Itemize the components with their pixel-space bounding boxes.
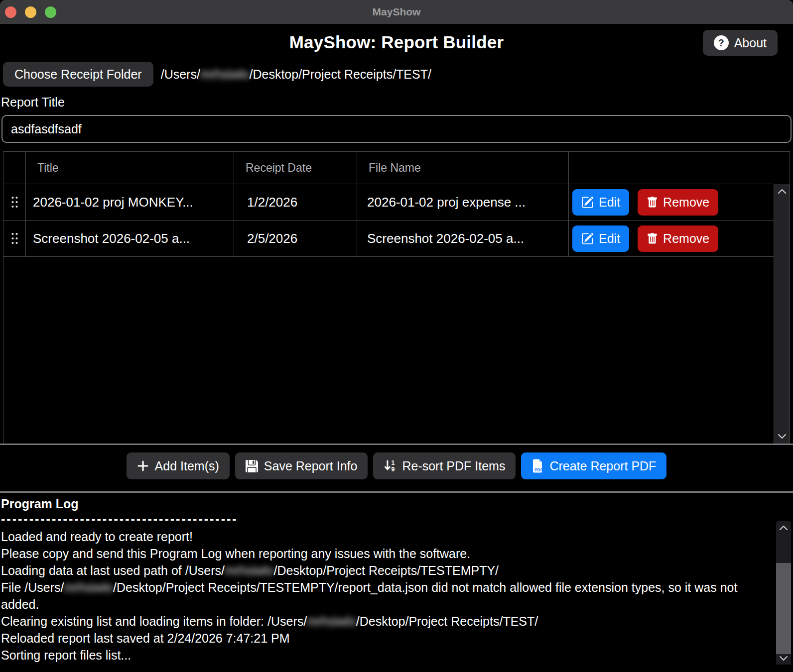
row-date-cell: 2/5/2026 bbox=[234, 221, 357, 256]
program-log-heading: Program Log bbox=[1, 497, 793, 511]
row-file-cell: Screenshot 2026-02-05 a... bbox=[357, 221, 568, 256]
text-segment: /Desktop/Project Receipts/TESTEMPTY/ bbox=[274, 563, 499, 577]
question-circle-icon: ? bbox=[714, 35, 729, 50]
choose-receipt-folder-button[interactable]: Choose Receipt Folder bbox=[3, 62, 153, 87]
row-title-cell: 2026-01-02 proj MONKEY... bbox=[25, 184, 234, 220]
pencil-square-icon bbox=[581, 196, 594, 209]
remove-button-label: Remove bbox=[663, 195, 709, 210]
trash-icon bbox=[647, 232, 658, 245]
svg-text:PDF: PDF bbox=[534, 467, 543, 472]
edit-button[interactable]: Edit bbox=[572, 225, 629, 252]
row-actions-cell: Edit Remove bbox=[568, 221, 774, 256]
scroll-up-icon[interactable] bbox=[778, 189, 787, 194]
table-rows: 2026-01-02 proj MONKEY... 1/2/2026 2026-… bbox=[3, 184, 774, 257]
log-entries: Loaded and ready to create report!Please… bbox=[1, 528, 751, 664]
remove-button-label: Remove bbox=[663, 231, 709, 246]
table-header-handle bbox=[3, 152, 25, 184]
log-line: Loaded and ready to create report! bbox=[1, 528, 751, 545]
about-button[interactable]: ? About bbox=[703, 30, 778, 56]
window-title: MayShow bbox=[373, 6, 421, 18]
create-report-pdf-label: Create Report PDF bbox=[549, 459, 656, 473]
about-button-label: About bbox=[734, 36, 767, 50]
log-line: Reloaded report last saved at 2/24/2026 … bbox=[1, 630, 751, 647]
scrollbar-thumb[interactable] bbox=[776, 563, 791, 654]
floppy-save-icon bbox=[246, 460, 258, 472]
scroll-down-icon[interactable] bbox=[779, 656, 788, 661]
log-line: File /Users/mrhsiwlo/Desktop/Project Rec… bbox=[1, 579, 751, 613]
minimize-window-icon[interactable] bbox=[25, 6, 36, 18]
close-window-icon[interactable] bbox=[5, 6, 16, 18]
remove-button[interactable]: Remove bbox=[638, 189, 718, 216]
receipt-items-table: Title Receipt Date File Name 2026-01-02 … bbox=[3, 151, 790, 444]
save-report-info-label: Save Report Info bbox=[264, 459, 358, 473]
save-report-info-button[interactable]: Save Report Info bbox=[235, 452, 368, 479]
resort-pdf-items-button[interactable]: 19 Re-sort PDF Items bbox=[373, 452, 516, 479]
remove-button[interactable]: Remove bbox=[638, 225, 718, 252]
text-segment: Reloaded report last saved at 2/24/2026 … bbox=[1, 631, 290, 645]
log-divider-line: ----------------------------------------… bbox=[1, 511, 793, 526]
row-title-cell: Screenshot 2026-02-05 a... bbox=[25, 221, 234, 256]
text-segment: /Users/ bbox=[161, 67, 200, 81]
text-segment: Sorting report files list... bbox=[1, 648, 131, 662]
report-title-label: Report Title bbox=[1, 95, 793, 110]
scroll-down-icon[interactable] bbox=[778, 434, 787, 439]
row-file-cell: 2026-01-02 proj expense ... bbox=[357, 184, 568, 220]
row-date-cell: 1/2/2026 bbox=[234, 184, 357, 220]
redacted-text: mrhsiwlo bbox=[225, 563, 274, 577]
drag-handle-icon[interactable] bbox=[3, 184, 25, 220]
text-segment: Loaded and ready to create report! bbox=[1, 530, 193, 544]
drag-handle-icon[interactable] bbox=[3, 221, 25, 256]
table-bottom-divider bbox=[0, 444, 793, 445]
text-segment: Please copy and send this Program Log wh… bbox=[1, 547, 470, 560]
text-segment: Clearing existing list and loading items… bbox=[1, 614, 307, 628]
table-row: Screenshot 2026-02-05 a... 2/5/2026 Scre… bbox=[3, 221, 774, 257]
svg-text:9: 9 bbox=[392, 466, 395, 472]
table-scrollbar[interactable] bbox=[774, 184, 790, 444]
redacted-text: mrhsiwlo bbox=[200, 67, 250, 81]
pencil-square-icon bbox=[581, 232, 594, 245]
header: MayShow: Report Builder ? About bbox=[0, 24, 793, 61]
receipt-folder-row: Choose Receipt Folder /Users/mrhsiwlo/De… bbox=[3, 62, 793, 87]
resort-pdf-items-label: Re-sort PDF Items bbox=[402, 459, 505, 473]
edit-button-label: Edit bbox=[599, 195, 620, 210]
table-header-row: Title Receipt Date File Name bbox=[3, 152, 774, 184]
page-title: MayShow: Report Builder bbox=[289, 32, 504, 52]
log-line: Sorting report files list... bbox=[1, 647, 751, 664]
table-header-actions bbox=[568, 152, 774, 184]
pdf-file-icon: PDF bbox=[531, 459, 543, 473]
row-actions-cell: Edit Remove bbox=[568, 184, 774, 220]
text-segment: File /Users/ bbox=[1, 580, 64, 594]
report-title-input[interactable] bbox=[1, 115, 792, 143]
log-line: Please copy and send this Program Log wh… bbox=[1, 545, 751, 562]
table-main: Title Receipt Date File Name 2026-01-02 … bbox=[3, 152, 774, 444]
plus-icon bbox=[137, 460, 149, 472]
edit-button-label: Edit bbox=[599, 231, 620, 246]
svg-text:1: 1 bbox=[392, 459, 395, 466]
add-items-button[interactable]: Add Item(s) bbox=[127, 452, 230, 479]
window-controls bbox=[5, 6, 56, 18]
text-segment: Loading data at last used path of /Users… bbox=[1, 563, 225, 577]
log-line: Clearing existing list and loading items… bbox=[1, 613, 751, 630]
add-items-label: Add Item(s) bbox=[155, 459, 219, 473]
table-header-file: File Name bbox=[357, 152, 568, 184]
receipt-folder-path: /Users/mrhsiwlo/Desktop/Project Receipts… bbox=[161, 67, 431, 82]
log-line: Loading data at last used path of /Users… bbox=[1, 562, 751, 579]
text-segment: /Desktop/Project Receipts/TEST/ bbox=[250, 67, 431, 81]
redacted-text: mrhsiwlo bbox=[307, 614, 356, 628]
redacted-text: mrhsiwlo bbox=[64, 580, 113, 594]
titlebar: MayShow bbox=[0, 0, 793, 24]
zoom-window-icon[interactable] bbox=[45, 6, 56, 18]
table-row: 2026-01-02 proj MONKEY... 1/2/2026 2026-… bbox=[3, 184, 774, 221]
scroll-up-icon[interactable] bbox=[779, 525, 788, 531]
toolbar: Add Item(s) Save Report Info 19 Re-sort … bbox=[0, 452, 793, 479]
edit-button[interactable]: Edit bbox=[572, 189, 629, 216]
trash-icon bbox=[647, 196, 658, 209]
log-scrollbar[interactable] bbox=[776, 521, 791, 665]
sort-numeric-down-icon: 19 bbox=[384, 459, 396, 472]
table-header-title: Title bbox=[25, 152, 234, 184]
create-report-pdf-button[interactable]: PDF Create Report PDF bbox=[521, 452, 666, 479]
text-segment: /Desktop/Project Receipts/TEST/ bbox=[356, 614, 538, 628]
program-log: Program Log ----------------------------… bbox=[0, 493, 793, 665]
table-header-date: Receipt Date bbox=[234, 152, 357, 184]
